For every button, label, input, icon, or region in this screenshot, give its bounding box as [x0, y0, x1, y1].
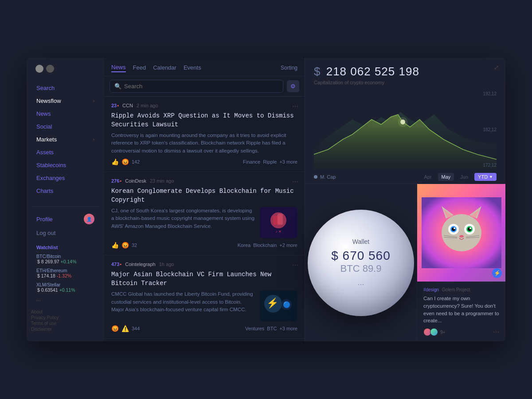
article-title-1[interactable]: Ripple Avoids XRP Question as It Moves t…: [111, 112, 297, 129]
news-article-2: 276• CoinDesk 23 min ago ⋯ Korean Conglo…: [104, 172, 305, 255]
reaction-angry-1[interactable]: 😡: [121, 158, 129, 165]
svg-text:⚡: ⚡: [266, 297, 279, 309]
wallet-btc: BTC 89.9: [340, 263, 382, 274]
nft-card[interactable]: ⚡: [417, 184, 505, 282]
article-source-3: Cointelegraph: [125, 262, 156, 267]
svg-point-25: [469, 227, 471, 229]
time-tab-jun[interactable]: Jun: [457, 173, 472, 181]
reaction-angry-2[interactable]: 😡: [121, 242, 129, 249]
search-bar: 🔍 ⚙: [104, 76, 305, 97]
sorting-button[interactable]: Sorting: [281, 65, 297, 71]
avatar[interactable]: 👤: [84, 214, 94, 224]
comment-count: 9+: [440, 330, 445, 335]
profile-label[interactable]: Profile: [36, 216, 53, 223]
sidebar-item-charts[interactable]: Charts: [32, 184, 99, 197]
article-image-row-3: CMCC Global has launched the Liberty Bit…: [111, 290, 297, 321]
watchlist-item-btc[interactable]: BTC/Bitcoin $ 8 269.97 +0.14%: [32, 252, 99, 266]
sidebar-item-news[interactable]: News: [32, 107, 99, 120]
tab-news[interactable]: News: [111, 63, 126, 72]
footer-disclaimer[interactable]: Disclaimer: [31, 327, 100, 332]
market-cap-section: ⤢ $ 218 062 525 198 Capitalization of cr…: [305, 58, 505, 184]
svg-point-13: [442, 214, 481, 251]
sidebar-item-stablecoins[interactable]: Stablecoins: [32, 159, 99, 172]
footer-links: About Privacy Policy Terms of use Discla…: [27, 304, 104, 334]
social-tag[interactable]: #design: [423, 287, 439, 292]
tab-events[interactable]: Events: [184, 63, 201, 72]
article-title-2[interactable]: Korean Conglomerate Develops Blockchain …: [111, 187, 297, 204]
watchlist-item-eth[interactable]: ETH/Ethereum $ 174.18 -1.32%: [32, 266, 99, 280]
chart-area: 192,12 182,12 172,12: [314, 90, 497, 169]
sidebar-bottom: Profile 👤 Log out: [27, 211, 104, 239]
social-card: #design Golem Project Can I create my ow…: [417, 282, 505, 341]
content-area: News Feed Calendar Events Sorting 🔍 ⚙: [104, 58, 505, 341]
article-reactions-2: 👍 😡 32: [111, 242, 137, 249]
social-section: ⚡ #design Golem Project Can I create my …: [417, 184, 505, 341]
sidebar-item-social[interactable]: Social: [32, 120, 99, 133]
time-tab-may[interactable]: May: [438, 173, 454, 181]
news-feed: 23• CCN 2 min ago ⋯ Ripple Avoids XRP Qu…: [104, 97, 305, 341]
tag-more-3[interactable]: +3 more: [279, 326, 297, 331]
watchlist-item-xlm[interactable]: XLM/Stellar $ 0.63541 +0.11%: [32, 280, 99, 294]
footer-terms[interactable]: Terms of use: [31, 321, 100, 326]
tag-blockchain[interactable]: Blockchain: [253, 243, 277, 248]
tag-ventures[interactable]: Ventures: [245, 326, 264, 331]
tag-ripple[interactable]: Ripple: [263, 159, 277, 164]
chevron-right-icon: ›: [93, 137, 94, 142]
tag-more-2[interactable]: +2 more: [279, 243, 297, 248]
nft-background: ⚡: [417, 184, 505, 282]
wallet-sphere[interactable]: Wallet $ 670 560 BTC 89.9 ...: [308, 210, 414, 316]
footer-privacy[interactable]: Privacy Policy: [31, 315, 100, 320]
chart-legend: M. Cap: [314, 174, 336, 180]
main-content: News Feed Calendar Events Sorting 🔍 ⚙: [104, 58, 505, 341]
chevron-right-icon: ›: [93, 98, 94, 103]
reaction-count-2: 32: [132, 243, 137, 248]
market-cap-label: Capitalization of crypto economy: [314, 80, 497, 85]
chevron-down-icon: ▼: [489, 175, 493, 179]
article-more-3[interactable]: ⋯: [292, 262, 298, 269]
tag-btc[interactable]: BTC: [267, 326, 277, 331]
sidebar-item-search[interactable]: Search: [32, 82, 99, 94]
watchlist-section: Watchlist BTC/Bitcoin $ 8 269.97 +0.14% …: [27, 242, 104, 304]
footer-about[interactable]: About: [31, 309, 100, 314]
tab-calendar[interactable]: Calendar: [153, 63, 176, 72]
sidebar-item-exchanges[interactable]: Exchanges: [32, 172, 99, 184]
article-thumbnail-2: ♪ ✕: [260, 207, 297, 238]
reaction-thumb-2[interactable]: 👍: [111, 242, 119, 249]
reaction-angry-3[interactable]: 😡: [111, 325, 119, 332]
time-tab-apr[interactable]: Apr: [420, 173, 435, 181]
right-panel: ⤢ $ 218 062 525 198 Capitalization of cr…: [305, 58, 505, 341]
tag-korea[interactable]: Korea: [238, 243, 250, 248]
market-cap-value: $ 218 062 525 198: [314, 65, 497, 78]
filter-button[interactable]: ⚙: [287, 80, 299, 92]
watchlist-more[interactable]: ...: [32, 294, 99, 304]
sidebar-item-assets[interactable]: Assets: [32, 146, 99, 159]
tag-finance[interactable]: Finance: [243, 159, 260, 164]
article-title-3[interactable]: Major Asian Blockchain VC Firm Launches …: [111, 270, 297, 288]
y-label-2: 182,12: [483, 127, 497, 132]
logout-button[interactable]: Log out: [32, 227, 99, 239]
svg-point-24: [454, 227, 455, 229]
time-tabs: Apr May Jun YTD ▼: [420, 173, 497, 181]
article-meta-2: 276• CoinDesk 23 min ago: [111, 178, 297, 184]
sidebar-item-markets[interactable]: Markets ›: [32, 133, 99, 146]
time-tab-ytd[interactable]: YTD ▼: [474, 173, 497, 181]
chart-y-labels: 192,12 182,12 172,12: [483, 90, 497, 169]
watchlist-title: Watchlist: [32, 242, 99, 252]
tab-feed[interactable]: Feed: [133, 63, 146, 72]
article-time-2: 23 min ago: [150, 178, 174, 184]
article-more-2[interactable]: ⋯: [292, 178, 298, 185]
sidebar-item-newsflow[interactable]: Newsflow ›: [32, 94, 99, 107]
chart-controls: M. Cap Apr May Jun YTD ▼: [314, 169, 497, 184]
reaction-warning-3[interactable]: ⚠️: [121, 325, 129, 332]
tag-more-1[interactable]: +3 more: [279, 159, 297, 164]
article-source-2: CoinDesk: [125, 178, 146, 184]
logo-circle-dark: [46, 65, 54, 73]
article-more-1[interactable]: ⋯: [292, 103, 298, 110]
social-avatars-row: 9+: [423, 328, 445, 336]
reaction-thumb-1[interactable]: 👍: [111, 158, 119, 165]
wallet-dots[interactable]: ...: [357, 278, 364, 287]
search-input[interactable]: [124, 83, 278, 90]
y-label-1: 192,12: [483, 91, 497, 96]
expand-icon[interactable]: ⤢: [494, 64, 499, 71]
social-more-button[interactable]: ⋯: [493, 329, 499, 336]
